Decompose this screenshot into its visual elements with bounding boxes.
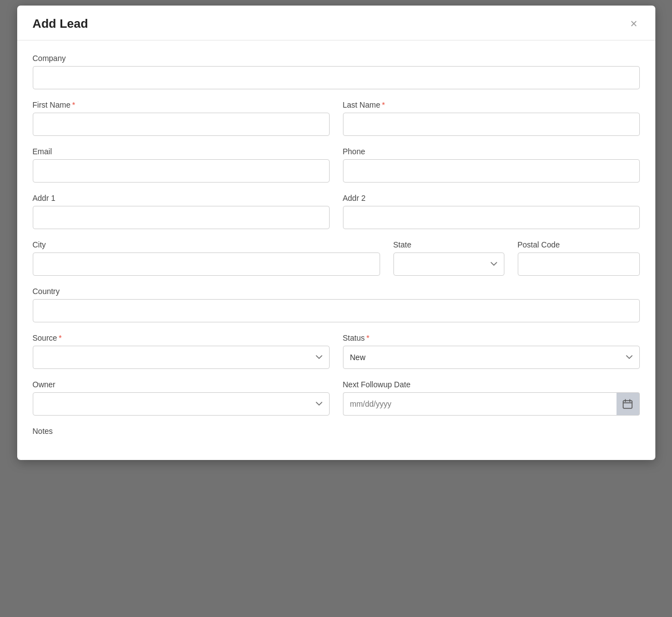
city-state-postal-row: City State Postal Code [33,240,640,276]
postal-col: Postal Code [518,240,640,276]
email-input[interactable] [33,159,330,183]
phone-col: Phone [343,147,640,183]
status-required: * [366,333,369,342]
owner-select[interactable] [33,392,330,416]
addr1-col: Addr 1 [33,194,330,229]
modal-title: Add Lead [33,17,88,31]
postal-code-label: Postal Code [518,240,640,249]
city-label: City [33,240,380,249]
last-name-col: Last Name* [343,100,640,136]
addr2-col: Addr 2 [343,194,640,229]
source-label: Source* [33,333,330,342]
followup-col: Next Followup Date [343,380,640,416]
state-select[interactable] [393,252,504,276]
first-name-input[interactable] [33,113,330,136]
addr1-label: Addr 1 [33,194,330,203]
status-select[interactable]: New [343,346,640,369]
followup-date-input[interactable] [343,392,617,416]
state-col: State [393,240,504,276]
last-name-label: Last Name* [343,100,640,109]
source-select[interactable] [33,346,330,369]
calendar-icon [623,399,633,409]
source-required: * [59,333,62,342]
name-row: First Name* Last Name* [33,100,640,136]
addr1-input[interactable] [33,206,330,229]
status-label: Status* [343,333,640,342]
company-label: Company [33,54,640,63]
followup-label: Next Followup Date [343,380,640,389]
phone-label: Phone [343,147,640,156]
postal-code-input[interactable] [518,252,640,276]
company-input[interactable] [33,66,640,89]
add-lead-modal: Add Lead × Company First Name* Last [17,6,655,460]
modal-header: Add Lead × [17,6,655,41]
email-label: Email [33,147,330,156]
owner-followup-row: Owner Next Followup Date [33,380,640,416]
owner-label: Owner [33,380,330,389]
source-status-row: Source* Status* New [33,333,640,369]
country-input[interactable] [33,299,640,322]
modal-body: Company First Name* Last Name* [17,41,655,460]
country-label: Country [33,287,640,296]
modal-overlay: Add Lead × Company First Name* Last [0,0,672,617]
notes-group: Notes [33,427,640,436]
city-input[interactable] [33,252,380,276]
last-name-input[interactable] [343,113,640,136]
addr2-label: Addr 2 [343,194,640,203]
first-name-col: First Name* [33,100,330,136]
phone-input[interactable] [343,159,640,183]
owner-col: Owner [33,380,330,416]
country-group: Country [33,287,640,322]
addr2-input[interactable] [343,206,640,229]
email-phone-row: Email Phone [33,147,640,183]
email-col: Email [33,147,330,183]
city-col: City [33,240,380,276]
date-input-wrapper [343,392,640,416]
first-name-required: * [72,100,75,109]
calendar-button[interactable] [617,392,640,416]
country-col [33,299,640,322]
company-group: Company [33,54,640,89]
close-button[interactable]: × [628,18,640,30]
notes-label: Notes [33,427,640,436]
state-label: State [393,240,504,249]
first-name-label: First Name* [33,100,330,109]
addr-row: Addr 1 Addr 2 [33,194,640,229]
last-name-required: * [382,100,385,109]
source-col: Source* [33,333,330,369]
status-col: Status* New [343,333,640,369]
svg-rect-0 [623,401,632,408]
